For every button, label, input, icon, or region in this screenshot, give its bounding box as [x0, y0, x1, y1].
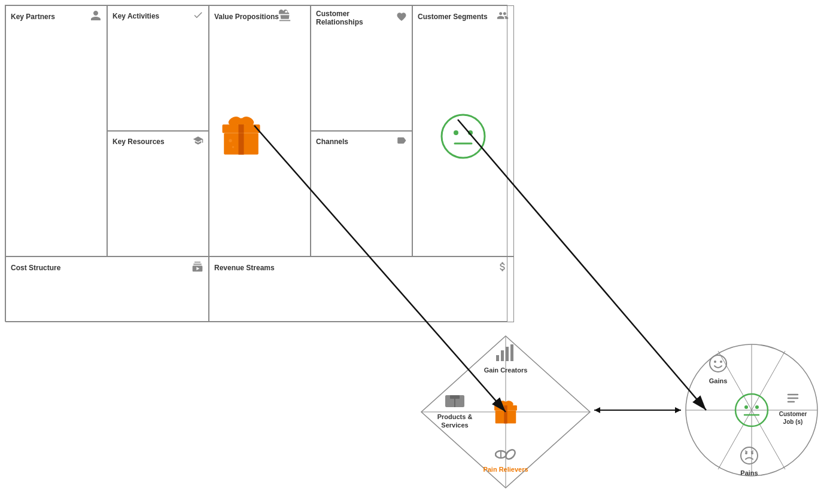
cost-structure-cell: Cost Structure	[5, 256, 209, 322]
revenue-streams-cell: Revenue Streams	[209, 256, 514, 322]
customer-relationships-icon	[396, 11, 407, 25]
customer-profile: Gains CustomerJob (s) Pains	[683, 342, 820, 478]
pain-relievers-label: Pain Relievers	[476, 466, 536, 473]
pains-section: Pains	[725, 446, 773, 476]
svg-point-38	[710, 355, 726, 372]
key-activities-label: Key Activities	[113, 12, 159, 20]
key-resources-cell: Key Resources	[107, 131, 209, 256]
svg-point-47	[755, 405, 759, 409]
svg-point-32	[504, 448, 516, 460]
svg-rect-17	[501, 350, 504, 361]
key-resources-header: Key Resources	[113, 135, 203, 148]
vpm-gift-icon	[490, 396, 522, 431]
gains-section: Gains	[694, 354, 742, 384]
pains-icon	[740, 446, 759, 465]
products-services-section: Products &Services	[425, 390, 485, 430]
svg-point-46	[744, 405, 748, 409]
cost-structure-header: Cost Structure	[11, 261, 203, 275]
channels-cell: Channels	[311, 131, 412, 256]
svg-point-40	[720, 361, 722, 363]
svg-point-50	[751, 452, 753, 454]
key-partners-cell: Key Partners	[5, 5, 107, 256]
channels-label: Channels	[316, 138, 348, 146]
svg-marker-56	[675, 407, 681, 413]
svg-rect-4	[239, 124, 244, 133]
svg-point-49	[745, 452, 747, 454]
customer-profile-smiley	[734, 392, 770, 428]
value-propositions-label: Value Propositions	[214, 13, 279, 21]
key-activities-header: Key Activities	[113, 10, 203, 23]
revenue-streams-header: Revenue Streams	[214, 261, 509, 275]
customer-segments-icon	[497, 10, 509, 24]
key-partners-header: Key Partners	[11, 10, 102, 24]
customer-relationships-label: Customer Relationships	[316, 10, 396, 26]
customer-jobs-section: CustomerJob (s)	[772, 390, 814, 426]
gift-icon-large	[214, 109, 268, 163]
value-propositions-cell: Value Propositions	[209, 5, 311, 256]
revenue-streams-label: Revenue Streams	[214, 264, 275, 272]
svg-point-44	[735, 394, 768, 426]
gains-label: Gains	[694, 377, 742, 384]
svg-point-9	[442, 115, 485, 158]
customer-segments-label: Customer Segments	[418, 13, 488, 21]
svg-line-51	[745, 451, 747, 452]
gain-creators-icon	[495, 344, 516, 362]
value-propositions-header: Value Propositions	[214, 10, 291, 24]
cost-structure-label: Cost Structure	[11, 264, 60, 272]
customer-jobs-label: CustomerJob (s)	[772, 410, 814, 426]
svg-rect-6	[239, 133, 244, 155]
customer-relationships-cell: Customer Relationships	[311, 5, 412, 131]
value-propositions-icon	[279, 10, 291, 24]
key-activities-icon	[193, 10, 203, 23]
svg-rect-27	[504, 405, 507, 411]
svg-point-48	[741, 447, 758, 464]
key-resources-icon	[193, 135, 203, 148]
svg-rect-29	[504, 411, 507, 424]
business-model-canvas: Key Partners Key Activities Key Resource…	[5, 5, 507, 322]
svg-point-7	[229, 139, 232, 142]
key-resources-label: Key Resources	[113, 138, 165, 146]
customer-relationships-header: Customer Relationships	[316, 10, 407, 26]
products-services-label: Products &Services	[425, 413, 485, 430]
svg-point-11	[454, 130, 458, 135]
svg-marker-55	[594, 407, 600, 413]
svg-rect-16	[496, 355, 499, 361]
key-activities-cell: Key Activities	[107, 5, 209, 131]
pain-relievers-icon	[495, 447, 516, 462]
svg-rect-19	[510, 344, 513, 361]
customer-segments-smiley	[439, 112, 487, 160]
customer-jobs-icon	[785, 390, 801, 407]
gain-creators-section: Gain Creators	[476, 344, 536, 374]
customer-segments-cell: Customer Segments	[412, 5, 514, 256]
products-services-icon	[444, 390, 466, 408]
value-proposition-map: Gain Creators Products &Services	[419, 334, 592, 490]
key-partners-label: Key Partners	[11, 13, 55, 21]
pains-label: Pains	[725, 469, 773, 476]
gain-creators-label: Gain Creators	[476, 366, 536, 374]
pain-relievers-section: Pain Relievers	[476, 447, 536, 473]
key-partners-icon	[90, 10, 102, 24]
channels-header: Channels	[316, 135, 407, 148]
gains-icon	[709, 354, 728, 373]
svg-line-52	[751, 451, 753, 452]
svg-rect-18	[506, 347, 509, 361]
svg-point-12	[468, 130, 473, 135]
svg-point-8	[232, 146, 235, 148]
customer-segments-header: Customer Segments	[418, 10, 509, 24]
cost-structure-icon	[191, 261, 203, 275]
svg-point-39	[714, 361, 716, 363]
channels-icon	[396, 135, 407, 148]
revenue-streams-icon	[497, 261, 509, 275]
